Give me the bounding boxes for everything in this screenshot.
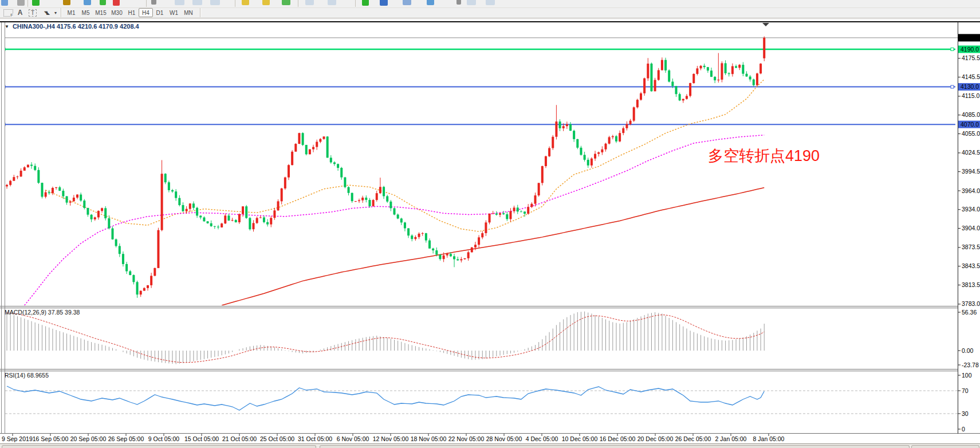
candle (192, 203, 195, 207)
candle (530, 204, 533, 207)
toolbar-icon-fragment[interactable] (305, 0, 314, 5)
candle (478, 237, 480, 245)
candle (407, 228, 410, 235)
hline-handle[interactable] (951, 48, 954, 51)
tool-text-label-button[interactable]: T (27, 8, 38, 17)
chart-title: ▼ CHINA300-,H4 4175.6 4210.6 4170.9 4208… (5, 23, 139, 30)
timeframe-button-M5[interactable]: M5 (78, 8, 93, 17)
candle (309, 150, 311, 155)
candle (506, 214, 508, 219)
candle (368, 200, 371, 206)
candle (161, 174, 163, 230)
candle (464, 258, 466, 260)
rsi-tick-label: 100 (962, 372, 972, 379)
time-tick-label: 31 Oct 05:00 (298, 435, 332, 442)
timeframe-button-M15[interactable]: M15 (93, 8, 109, 17)
tool-arrows-button[interactable]: ◥◣ (40, 8, 53, 17)
toolbar-icon-fragment[interactable] (456, 0, 461, 5)
hline-handle[interactable] (951, 85, 954, 88)
toolbar-icon-fragment[interactable] (427, 0, 434, 5)
toolbar-icon-fragment[interactable] (262, 0, 270, 5)
grid-icon: F (3, 9, 13, 17)
symbol-dropdown-icon[interactable]: ▼ (5, 24, 9, 29)
candle (383, 187, 385, 196)
candle (527, 207, 529, 214)
candle (115, 239, 117, 246)
toolbar-icon-fragment[interactable] (403, 0, 411, 5)
timeframe-button-M1[interactable]: M1 (64, 8, 78, 17)
candle (186, 209, 188, 211)
timeframe-button-H4[interactable]: H4 (139, 8, 153, 17)
toolbar-icon-fragment[interactable] (175, 0, 184, 5)
chart-title-text: CHINA300-,H4 4175.6 4210.6 4170.9 4208.4 (13, 23, 139, 30)
bottom-strip-segment[interactable] (2, 445, 316, 448)
candle (643, 78, 646, 93)
panel-separator (0, 306, 980, 306)
bottom-strip-segment[interactable] (320, 445, 910, 448)
timeframe-button-M30[interactable]: M30 (109, 8, 125, 17)
price-tick-label: 3873.5 (962, 243, 980, 250)
timeframe-button-D1[interactable]: D1 (153, 8, 167, 17)
toolbar-icon-fragment[interactable] (362, 0, 369, 6)
price-badge-label: 4208.4 (961, 34, 979, 41)
toolbar-icon-fragment[interactable] (282, 0, 290, 5)
toolbar-icon-fragment[interactable] (298, 0, 298, 7)
candle (428, 241, 431, 249)
candle (372, 200, 375, 206)
candle (738, 65, 741, 68)
toolbar-icon-fragment[interactable] (27, 0, 28, 7)
toolbar-icon-fragment[interactable] (1, 0, 8, 6)
toolbar-icon-fragment[interactable] (84, 0, 91, 5)
candle (140, 291, 142, 295)
timeframe-button-MN[interactable]: MN (181, 8, 196, 17)
toolbar-icon-fragment[interactable] (355, 0, 356, 7)
bottom-strip-segment[interactable] (911, 445, 979, 448)
toolbar-icon-fragment[interactable] (192, 0, 202, 5)
toolbar-icon-fragment[interactable] (151, 0, 156, 5)
candle (664, 60, 667, 70)
rsi-panel[interactable] (5, 371, 958, 433)
candle (199, 215, 202, 217)
candle (143, 288, 145, 291)
candle (41, 183, 44, 197)
toolbar-icon-fragment[interactable] (242, 0, 249, 5)
candle (517, 207, 519, 211)
toolbar-icon-fragment[interactable] (380, 0, 388, 6)
tool-grid-button[interactable]: F (2, 8, 14, 17)
toolbar-icon-fragment[interactable] (328, 0, 336, 5)
candle (312, 147, 314, 150)
price-tick-label: 4055.0 (962, 130, 980, 137)
tool-arrows-dropdown[interactable]: ▾ (53, 8, 58, 17)
candle (298, 133, 300, 144)
time-tick-label: 21 Oct 05:00 (222, 435, 257, 442)
candle (622, 128, 624, 133)
toolbar-icon-fragment[interactable] (32, 0, 40, 6)
candle (552, 137, 554, 148)
timeframe-button-H1[interactable]: H1 (125, 8, 139, 17)
candle (273, 210, 275, 218)
tool-text-button[interactable]: A (15, 8, 25, 17)
price-tick-label: 4085.0 (962, 111, 980, 118)
time-tick-label: 9 Oct 05:00 (148, 435, 179, 442)
toolbar-icon-fragment[interactable] (100, 0, 106, 5)
candle (573, 131, 575, 139)
candle (256, 218, 258, 223)
candle (485, 222, 487, 233)
candle (471, 247, 473, 252)
toolbar-icon-fragment[interactable] (17, 0, 25, 6)
toolbar-icon-fragment[interactable] (210, 0, 220, 5)
toolbar-icon-fragment[interactable] (486, 0, 495, 5)
mt4-window: FAT◥◣▾M1M5M15M30H1H4D1W1MN 4175.54145.54… (0, 0, 980, 448)
candle (686, 96, 688, 99)
candle (636, 100, 639, 107)
candle (379, 187, 381, 193)
toolbar-icon-fragment[interactable] (113, 0, 120, 6)
toolbar-icon-fragment[interactable] (467, 0, 476, 5)
toolbar-icon-fragment[interactable] (235, 0, 235, 7)
toolbar-icon-fragment[interactable] (146, 0, 147, 7)
time-tick-label: 4 Dec 05:00 (526, 435, 558, 442)
timeframe-button-W1[interactable]: W1 (167, 8, 181, 17)
candle (108, 218, 110, 229)
toolbar-icon-fragment[interactable] (63, 0, 70, 5)
candle (671, 82, 674, 87)
